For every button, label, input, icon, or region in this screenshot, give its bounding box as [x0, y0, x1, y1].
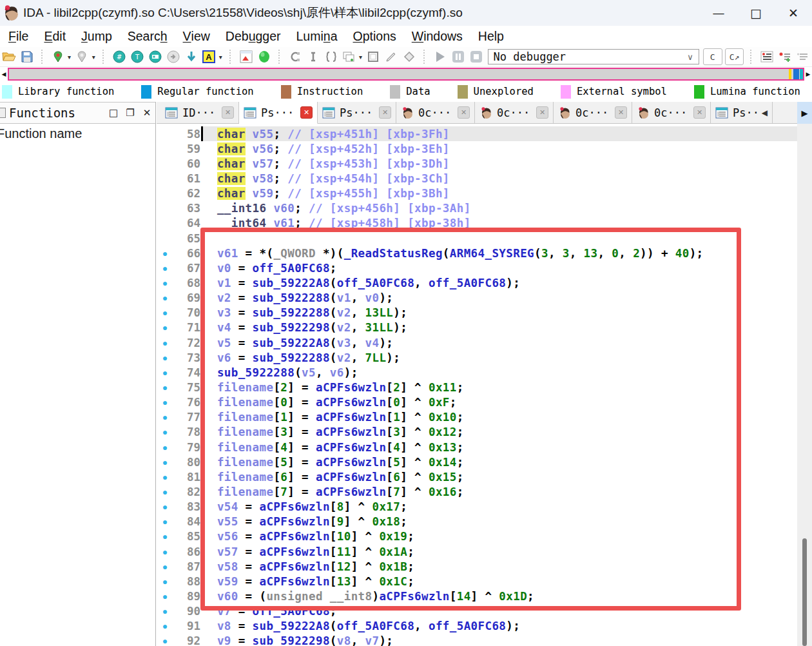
code-line-68[interactable]: ●68 v1 = sub_59222A8(off_5A0FC68, off_5A…: [157, 275, 797, 290]
scrollbar-thumb[interactable]: [802, 538, 807, 646]
code-line-79[interactable]: ●79 filename[4] = aCPFs6wzln[4] ^ 0x13;: [157, 440, 797, 455]
jump-xref-button[interactable]: [165, 48, 182, 65]
code-line-81[interactable]: ●81 filename[6] = aCPFs6wzln[6] ^ 0x15;: [157, 469, 797, 484]
code-line-74[interactable]: ●74 sub_5922288(v5, v6);: [157, 365, 797, 380]
attach-remote-button[interactable]: C↗: [725, 48, 744, 65]
menu-help[interactable]: Help: [470, 26, 512, 47]
panel-maximize-button[interactable]: □: [105, 107, 122, 119]
code-line-64[interactable]: 64 __int64 v61; // [xsp+458h] [xbp-38h]: [157, 216, 797, 231]
code-line-70[interactable]: ●70 v3 = sub_5922288(v2, 13LL);: [157, 306, 797, 320]
code-line-58[interactable]: 58 char v55; // [xsp+451h] [xbp-3Fh]: [157, 126, 797, 141]
function-bounds-icon[interactable]: [305, 48, 322, 65]
band-scroll-left[interactable]: ◀: [0, 72, 8, 77]
tab-0c-5[interactable]: 0c···✕: [554, 102, 632, 123]
ascii-string-dropdown[interactable]: ▾: [217, 54, 224, 61]
code-line-88[interactable]: ●88 v59 = aCPFs6wzln[13] ^ 0x1C;: [157, 574, 797, 589]
code-line-86[interactable]: ●86 v57 = aCPFs6wzln[11] ^ 0x1A;: [157, 544, 797, 559]
menu-file[interactable]: File: [1, 26, 36, 47]
code-line-85[interactable]: ●85 v56 = aCPFs6wzln[10] ^ 0x19;: [157, 529, 797, 544]
code-line-63[interactable]: 63 __int16 v60; // [xsp+456h] [xbp-3Ah]: [157, 201, 797, 216]
menu-jump[interactable]: Jump: [73, 26, 120, 47]
code-line-73[interactable]: ●73 v6 = sub_5922288(v2, 7LL);: [157, 350, 797, 365]
tab-close-button[interactable]: ✕: [379, 106, 391, 119]
minimize-button[interactable]: —: [700, 0, 737, 26]
code-line-61[interactable]: 61 char v58; // [xsp+454h] [xbp-3Ch]: [157, 171, 797, 186]
code-line-78[interactable]: ●78 filename[3] = aCPFs6wzln[3] ^ 0x12;: [157, 425, 797, 440]
tab-ps-2[interactable]: Ps···✕: [318, 102, 396, 123]
jump-back-button[interactable]: [50, 48, 66, 65]
panel-float-button[interactable]: ❐: [122, 107, 139, 119]
code-line-87[interactable]: ●87 v58 = aCPFs6wzln[12] ^ 0x1B;: [157, 559, 797, 574]
menu-options[interactable]: Options: [345, 26, 404, 47]
jump-forward-button[interactable]: [73, 48, 90, 65]
attach-process-button[interactable]: C: [703, 48, 722, 65]
nav-window-button[interactable]: [238, 48, 255, 65]
vertical-scrollbar[interactable]: [797, 124, 812, 646]
jump-down-button[interactable]: [183, 48, 200, 65]
code-line-72[interactable]: ●72 v5 = sub_59222A8(v3, v4);: [157, 335, 797, 350]
tab-0c-6[interactable]: 0c···✕: [632, 102, 711, 123]
code-line-92[interactable]: ●92 v9 = sub_5922298(v8, v7);: [157, 634, 797, 646]
code-line-62[interactable]: 62 char v59; // [xsp+455h] [xbp-3Bh]: [157, 186, 797, 201]
maximize-button[interactable]: □: [737, 0, 775, 26]
menu-windows[interactable]: Windows: [404, 26, 470, 47]
code-line-60[interactable]: 60 char v57; // [xsp+453h] [xbp-3Dh]: [157, 156, 797, 171]
code-line-75[interactable]: ●75 filename[2] = aCPFs6wzln[2] ^ 0x11;: [157, 380, 797, 395]
function-name-column-header[interactable]: Function name: [0, 124, 155, 143]
tab-close-button[interactable]: ✕: [300, 106, 313, 119]
breakpoint-list-icon[interactable]: [759, 48, 775, 65]
code-line-59[interactable]: 59 char v56; // [xsp+452h] [xbp-3Eh]: [157, 141, 797, 156]
tab-0c-4[interactable]: 0c···✕: [475, 102, 554, 123]
add-breakpoint-icon[interactable]: [777, 48, 793, 65]
debugger-select[interactable]: No debugger ∨: [488, 49, 699, 64]
pseudocode-view[interactable]: 58 char v55; // [xsp+451h] [xbp-3Fh]59 c…: [157, 124, 797, 646]
navigation-band[interactable]: [8, 68, 804, 81]
tab-close-button[interactable]: ✕: [693, 106, 706, 119]
lumina-sphere-button[interactable]: [256, 48, 273, 65]
code-line-90[interactable]: ●90 v7 = off_5A0FC68;: [157, 604, 797, 619]
menu-view[interactable]: View: [175, 26, 218, 47]
tab-id-0[interactable]: ID···✕: [160, 102, 239, 123]
diamond-icon[interactable]: [401, 48, 418, 65]
tab-close-button[interactable]: ✕: [458, 106, 470, 119]
code-line-66[interactable]: ●66 v61 = *(_QWORD *)(_ReadStatusReg(ARM…: [157, 246, 797, 260]
jump-name-button[interactable]: T: [129, 48, 146, 65]
jump-back-dropdown[interactable]: ▾: [66, 54, 73, 61]
ascii-string-button[interactable]: A: [201, 48, 218, 65]
tab-scroll-right-button[interactable]: ▶: [797, 102, 812, 124]
tab-close-button[interactable]: ✕: [222, 106, 234, 119]
frame-icon[interactable]: [365, 48, 382, 65]
tab-ps-1[interactable]: Ps···✕: [239, 102, 318, 124]
code-line-69[interactable]: ●69 v2 = sub_5922288(v1, v0);: [157, 291, 797, 306]
code-line-71[interactable]: ●71 v4 = sub_5922298(v2, 31LL);: [157, 320, 797, 335]
open-file-button[interactable]: [1, 48, 17, 65]
save-button[interactable]: [19, 48, 35, 65]
code-line-89[interactable]: ●89 v60 = (unsigned __int8)aCPFs6wzln[14…: [157, 589, 797, 603]
breakpoint-groups-icon[interactable]: [795, 48, 811, 65]
code-line-84[interactable]: ●84 v55 = aCPFs6wzln[9] ^ 0x18;: [157, 514, 797, 529]
code-line-83[interactable]: ●83 v54 = aCPFs6wzln[8] ^ 0x17;: [157, 500, 797, 514]
windows-add-icon[interactable]: [341, 48, 358, 65]
menu-debugger[interactable]: Debugger: [218, 26, 289, 47]
code-line-91[interactable]: ●91 v8 = sub_59222A8(off_5A0FC68, off_5A…: [157, 619, 797, 634]
jump-forward-dropdown[interactable]: ▾: [90, 54, 97, 61]
windows-add-dropdown[interactable]: ▾: [356, 54, 364, 61]
function-chunks-icon[interactable]: [323, 48, 340, 65]
debugger-pause-button[interactable]: [450, 48, 467, 65]
band-scroll-right[interactable]: ▶: [804, 72, 812, 77]
menu-lumina[interactable]: Lumina: [289, 26, 345, 47]
close-button[interactable]: ✕: [775, 0, 812, 26]
create-function-icon[interactable]: [287, 48, 304, 65]
jump-address-button[interactable]: #: [111, 48, 128, 65]
tab-close-button[interactable]: ✕: [536, 106, 548, 119]
menu-search[interactable]: Search: [120, 26, 175, 47]
code-line-76[interactable]: ●76 filename[0] = aCPFs6wzln[0] ^ 0xF;: [157, 395, 797, 410]
tab-0c-3[interactable]: 0c···✕: [396, 102, 475, 123]
debugger-stop-button[interactable]: [468, 48, 485, 65]
functions-list[interactable]: [0, 143, 155, 646]
menu-edit[interactable]: Edit: [36, 26, 73, 47]
code-line-67[interactable]: ●67 v0 = off_5A0FC68;: [157, 260, 797, 275]
code-line-80[interactable]: ●80 filename[5] = aCPFs6wzln[5] ^ 0x14;: [157, 455, 797, 469]
tab-ps-7[interactable]: Ps···◀: [711, 102, 773, 123]
debugger-play-button[interactable]: [432, 48, 449, 65]
